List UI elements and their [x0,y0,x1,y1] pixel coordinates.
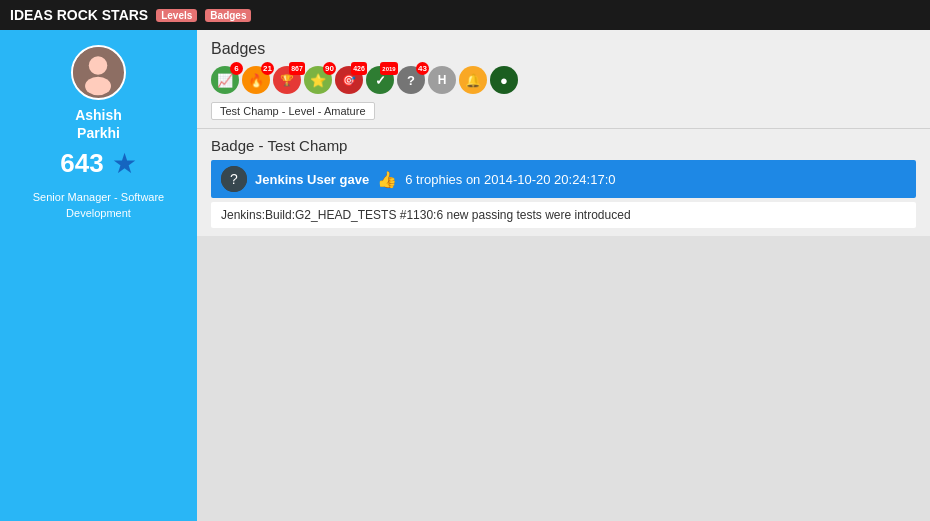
badge-icon-10[interactable]: ● [490,66,518,94]
main-content: Badges 📈 6 🔥 21 🏆 867 [197,30,930,521]
user-role: Senior Manager - Software Development [10,190,187,221]
jenkins-avatar: ? [221,166,247,192]
trophy-giver-text: Jenkins User gave [255,172,369,187]
trophy-count-text: 6 trophies on 2014-10-20 20:24:17:0 [405,172,615,187]
trophy-row: ? Jenkins User gave 👍 6 trophies on 2014… [211,160,916,198]
build-info-text: Jenkins:Build:G2_HEAD_TESTS #1130:6 new … [221,208,631,222]
sidebar: Ashish Parkhi 643 ★ Senior Manager - Sof… [0,30,197,521]
build-info-row: Jenkins:Build:G2_HEAD_TESTS #1130:6 new … [211,202,916,228]
badge-label[interactable]: Test Champ - Level - Amature [211,102,375,120]
svg-point-2 [85,77,111,96]
trophy-icon: 👍 [377,170,397,189]
badge-icon-1[interactable]: 📈 6 [211,66,239,94]
badges-icons: 📈 6 🔥 21 🏆 867 ⭐ 90 [211,66,916,94]
header: IDEAS ROCK STARS Levels Badges [0,0,930,30]
badge-icon-9[interactable]: 🔔 [459,66,487,94]
avatar [71,45,126,100]
user-name: Ashish Parkhi [75,106,122,142]
svg-point-1 [89,56,108,75]
badge-icon-2[interactable]: 🔥 21 [242,66,270,94]
badge-detail-section: Badge - Test Champ ? Jenkins User gave 👍… [197,129,930,236]
user-info-row: Ashish Parkhi [75,106,122,142]
badge-icon-6[interactable]: ✓ 2019 [366,66,394,94]
levels-badge[interactable]: Levels [156,9,197,22]
badges-badge[interactable]: Badges [205,9,251,22]
svg-text:?: ? [230,171,238,187]
layout: Ashish Parkhi 643 ★ Senior Manager - Sof… [0,30,930,521]
badge-icon-7[interactable]: ? 43 [397,66,425,94]
badge-icon-4[interactable]: ⭐ 90 [304,66,332,94]
star-icon: ★ [112,147,137,180]
app-title: IDEAS ROCK STARS [10,7,148,23]
badges-title: Badges [211,40,916,58]
badge-icon-5[interactable]: 🎯 426 [335,66,363,94]
badge-detail-title: Badge - Test Champ [211,137,916,154]
user-score: 643 [60,148,103,179]
badges-section: Badges 📈 6 🔥 21 🏆 867 [197,30,930,129]
badge-icon-8[interactable]: H [428,66,456,94]
badge-icon-3[interactable]: 🏆 867 [273,66,301,94]
